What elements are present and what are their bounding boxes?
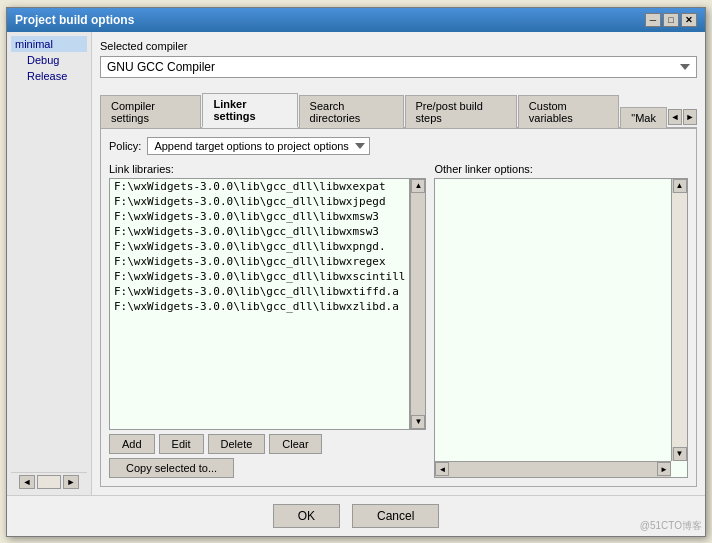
other-scrollbar-h: ◄ ► [435, 461, 671, 477]
sidebar-right-btn[interactable]: ► [63, 475, 79, 489]
linker-panel: Policy: Append target options to project… [100, 129, 697, 487]
main-window: Project build options ─ □ ✕ minimal Debu… [6, 7, 706, 537]
watermark: @51CTO博客 [640, 519, 702, 533]
tab-custom-variables[interactable]: Custom variables [518, 95, 619, 128]
add-button[interactable]: Add [109, 434, 155, 454]
tab-make[interactable]: "Mak [620, 107, 667, 128]
sidebar-item-minimal[interactable]: minimal [11, 36, 87, 52]
columns-area: Link libraries: F:\wxWidgets-3.0.0\lib\g… [109, 163, 688, 478]
other-scroll-right[interactable]: ► [657, 462, 671, 476]
cancel-button[interactable]: Cancel [352, 504, 439, 528]
tab-scroll-right[interactable]: ► [683, 109, 697, 125]
sidebar: minimal Debug Release ◄ ► [7, 32, 92, 495]
copy-selected-button[interactable]: Copy selected to... [109, 458, 234, 478]
other-linker-label: Other linker options: [434, 163, 688, 175]
edit-buttons-row: Add Edit Delete Clear [109, 434, 426, 454]
list-item: F:\wxWidgets-3.0.0\lib\gcc_dll\libwxtiff… [110, 284, 409, 299]
tab-search-directories[interactable]: Search directories [299, 95, 404, 128]
list-item: F:\wxWidgets-3.0.0\lib\gcc_dll\libwxzlib… [110, 299, 409, 314]
list-item: F:\wxWidgets-3.0.0\lib\gcc_dll\libwxjpeg… [110, 194, 409, 209]
list-item: F:\wxWidgets-3.0.0\lib\gcc_dll\libwxpngd… [110, 239, 409, 254]
sidebar-item-debug[interactable]: Debug [11, 52, 87, 68]
list-item: F:\wxWidgets-3.0.0\lib\gcc_dll\libwxmsw3 [110, 209, 409, 224]
main-panel: Selected compiler GNU GCC Compiler Compi… [92, 32, 705, 495]
sidebar-scroll-thumb [37, 475, 61, 489]
edit-button[interactable]: Edit [159, 434, 204, 454]
list-item: F:\wxWidgets-3.0.0\lib\gcc_dll\libwxscin… [110, 269, 409, 284]
tab-scroll-left[interactable]: ◄ [668, 109, 682, 125]
content-area: minimal Debug Release ◄ ► Selected compi… [7, 32, 705, 495]
right-column: Other linker options: ▲ ▼ ◄ ► [434, 163, 688, 478]
scroll-down-btn[interactable]: ▼ [411, 415, 425, 429]
policy-select[interactable]: Append target options to project options [147, 137, 370, 155]
scroll-up-btn[interactable]: ▲ [411, 179, 425, 193]
other-scrollbar-v: ▲ ▼ [671, 179, 687, 461]
sidebar-item-release[interactable]: Release [11, 68, 87, 84]
link-libraries-label: Link libraries: [109, 163, 426, 175]
other-scroll-left[interactable]: ◄ [435, 462, 449, 476]
list-item: F:\wxWidgets-3.0.0\lib\gcc_dll\libwxrege… [110, 254, 409, 269]
ok-button[interactable]: OK [273, 504, 340, 528]
footer: OK Cancel [7, 495, 705, 536]
tab-linker-settings[interactable]: Linker settings [202, 93, 297, 128]
policy-row: Policy: Append target options to project… [109, 137, 688, 155]
tab-nav: ◄ ► [668, 109, 697, 127]
maximize-button[interactable]: □ [663, 13, 679, 27]
sidebar-left-btn[interactable]: ◄ [19, 475, 35, 489]
other-scroll-track [672, 193, 687, 447]
delete-button[interactable]: Delete [208, 434, 266, 454]
close-button[interactable]: ✕ [681, 13, 697, 27]
minimize-button[interactable]: ─ [645, 13, 661, 27]
compiler-label: Selected compiler [100, 40, 697, 52]
clear-button[interactable]: Clear [269, 434, 321, 454]
other-scroll-up[interactable]: ▲ [673, 179, 687, 193]
tab-compiler-settings[interactable]: Compiler settings [100, 95, 201, 128]
tab-pre-post-build[interactable]: Pre/post build steps [405, 95, 517, 128]
list-with-scroll: F:\wxWidgets-3.0.0\lib\gcc_dll\libwxexpa… [109, 178, 426, 430]
titlebar-buttons: ─ □ ✕ [645, 13, 697, 27]
link-list-scrollbar: ▲ ▼ [410, 178, 426, 430]
link-libraries-list[interactable]: F:\wxWidgets-3.0.0\lib\gcc_dll\libwxexpa… [109, 178, 410, 430]
list-item: F:\wxWidgets-3.0.0\lib\gcc_dll\libwxexpa… [110, 179, 409, 194]
policy-label: Policy: [109, 140, 141, 152]
left-column: Link libraries: F:\wxWidgets-3.0.0\lib\g… [109, 163, 426, 478]
window-title: Project build options [15, 13, 134, 27]
other-scroll-down[interactable]: ▼ [673, 447, 687, 461]
other-linker-box[interactable]: ▲ ▼ ◄ ► [434, 178, 688, 478]
compiler-select[interactable]: GNU GCC Compiler [100, 56, 697, 78]
list-item: F:\wxWidgets-3.0.0\lib\gcc_dll\libwxmsw3 [110, 224, 409, 239]
titlebar: Project build options ─ □ ✕ [7, 8, 705, 32]
sidebar-nav: ◄ ► [11, 472, 87, 491]
tabs-bar: Compiler settings Linker settings Search… [100, 92, 697, 129]
